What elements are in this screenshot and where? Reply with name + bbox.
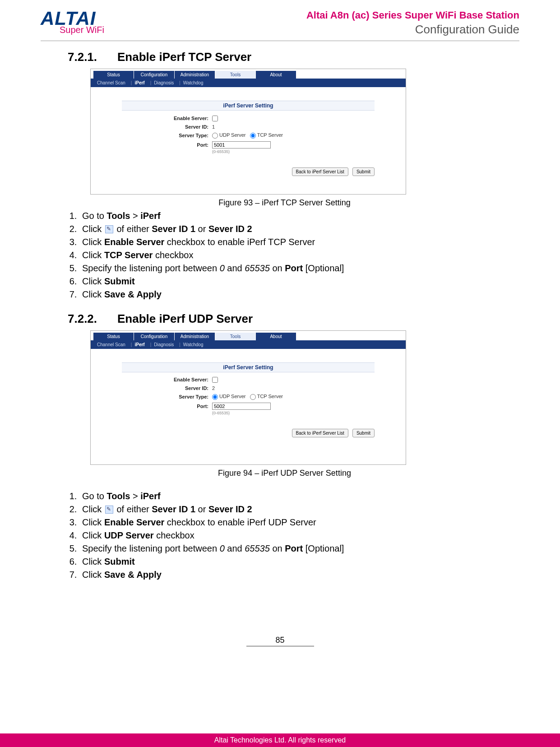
page-number: 85 — [246, 636, 314, 646]
panel-title: iPerf Server Setting — [122, 101, 375, 111]
port-hint: (0-65535) — [122, 411, 375, 415]
step-item: Specify the listening port between 0 and… — [79, 262, 501, 275]
sub-nav-tabs: Channel Scan|iPerf|Diagnosis|Watchdog — [91, 340, 406, 349]
subnav-diagnosis[interactable]: Diagnosis — [151, 80, 176, 85]
step-item: Go to Tools > iPerf — [79, 209, 501, 223]
step-item: Click Enable Server checkbox to enable i… — [79, 236, 501, 249]
nav-tab-configuration[interactable]: Configuration — [134, 71, 175, 79]
step-item: Click Save & Apply — [79, 568, 501, 581]
step-item: Click Submit — [79, 555, 501, 568]
nav-tab-tools[interactable]: Tools — [215, 71, 256, 79]
section-title: Enable iPerf UDP Server — [117, 312, 253, 325]
step-item: Click of either Sever ID 1 or Sever ID 2 — [79, 503, 501, 516]
nav-tab-status[interactable]: Status — [93, 71, 134, 79]
section-number: 7.2.2. — [68, 312, 117, 326]
server-type-label: Server Type: — [122, 394, 212, 399]
step-item: Click Enable Server checkbox to enable i… — [79, 516, 501, 529]
nav-tab-about[interactable]: About — [256, 333, 296, 340]
server-type-label: Server Type: — [122, 133, 212, 138]
header-titles: Altai A8n (ac) Series Super WiFi Base St… — [306, 9, 519, 37]
tcp-radio-label[interactable]: TCP Server — [250, 132, 283, 138]
server-id-value: 2 — [212, 385, 215, 391]
back-button[interactable]: Back to iPerf Server List — [292, 429, 348, 437]
section-number: 7.2.1. — [68, 50, 117, 64]
edit-icon — [105, 225, 113, 233]
logo: ALTAI Super WiFi — [41, 9, 104, 34]
step-item: Specify the listening port between 0 and… — [79, 542, 501, 555]
back-button[interactable]: Back to iPerf Server List — [292, 167, 348, 176]
subnav-channel-scan[interactable]: Channel Scan — [94, 80, 128, 85]
section-heading-722: 7.2.2.Enable iPerf UDP Server — [68, 312, 501, 326]
submit-button[interactable]: Submit — [352, 429, 375, 437]
subnav-iperf[interactable]: iPerf — [132, 80, 147, 85]
server-id-label: Server ID: — [122, 124, 212, 130]
subnav-watchdog[interactable]: Watchdog — [180, 80, 206, 85]
figure-93-screenshot: StatusConfigurationAdministrationToolsAb… — [90, 69, 406, 194]
server-id-value: 1 — [212, 124, 215, 130]
doc-series-title: Altai A8n (ac) Series Super WiFi Base St… — [306, 9, 519, 22]
subnav-watchdog[interactable]: Watchdog — [180, 342, 206, 347]
port-input[interactable] — [212, 141, 271, 148]
step-item: Click TCP Server checkbox — [79, 249, 501, 262]
nav-tab-tools[interactable]: Tools — [215, 333, 256, 340]
steps-list-722: Go to Tools > iPerfClick of either Sever… — [79, 490, 501, 581]
enable-server-checkbox[interactable] — [212, 377, 218, 383]
main-nav-tabs: StatusConfigurationAdministrationToolsAb… — [91, 331, 406, 340]
nav-tab-administration[interactable]: Administration — [175, 333, 215, 340]
subnav-diagnosis[interactable]: Diagnosis — [151, 342, 176, 347]
step-item: Click Save & Apply — [79, 288, 501, 301]
tcp-server-radio[interactable] — [250, 133, 256, 139]
doc-guide-title: Configuration Guide — [306, 22, 519, 37]
figure-93-caption: Figure 93 – iPerf TCP Server Setting — [68, 198, 501, 208]
step-item: Go to Tools > iPerf — [79, 490, 501, 503]
enable-server-label: Enable Server: — [122, 116, 212, 121]
section-title: Enable iPerf TCP Server — [117, 50, 251, 64]
port-label: Port: — [122, 142, 212, 148]
port-label: Port: — [122, 404, 212, 409]
port-hint: (0-65535) — [122, 149, 375, 154]
nav-tab-about[interactable]: About — [256, 71, 296, 79]
enable-server-label: Enable Server: — [122, 377, 212, 382]
udp-radio-label[interactable]: UDP Server — [212, 394, 245, 399]
panel-title: iPerf Server Setting — [122, 362, 375, 372]
server-id-label: Server ID: — [122, 385, 212, 391]
figure-94-caption: Figure 94 – iPerf UDP Server Setting — [68, 469, 501, 478]
step-item: Click Submit — [79, 275, 501, 288]
subnav-iperf[interactable]: iPerf — [132, 342, 147, 347]
enable-server-checkbox[interactable] — [212, 116, 218, 121]
page-header: ALTAI Super WiFi Altai A8n (ac) Series S… — [41, 9, 519, 41]
subnav-channel-scan[interactable]: Channel Scan — [94, 342, 128, 347]
step-item: Click UDP Server checkbox — [79, 529, 501, 542]
udp-radio-label[interactable]: UDP Server — [212, 132, 245, 138]
submit-button[interactable]: Submit — [352, 167, 375, 176]
steps-list-721: Go to Tools > iPerfClick of either Sever… — [79, 209, 501, 301]
udp-server-radio[interactable] — [212, 394, 218, 400]
udp-server-radio[interactable] — [212, 133, 218, 139]
nav-tab-status[interactable]: Status — [93, 333, 134, 340]
nav-tab-administration[interactable]: Administration — [175, 71, 215, 79]
port-input[interactable] — [212, 403, 271, 410]
section-heading-721: 7.2.1.Enable iPerf TCP Server — [68, 50, 501, 64]
figure-94-screenshot: StatusConfigurationAdministrationToolsAb… — [90, 330, 406, 465]
tcp-radio-label[interactable]: TCP Server — [250, 394, 283, 399]
tcp-server-radio[interactable] — [250, 394, 256, 400]
nav-tab-configuration[interactable]: Configuration — [134, 333, 175, 340]
footer-copyright: Altai Technologies Ltd. All rights reser… — [0, 733, 560, 747]
edit-icon — [105, 506, 113, 514]
step-item: Click of either Sever ID 1 or Sever ID 2 — [79, 223, 501, 236]
sub-nav-tabs: Channel Scan|iPerf|Diagnosis|Watchdog — [91, 79, 406, 87]
main-nav-tabs: StatusConfigurationAdministrationToolsAb… — [91, 69, 406, 79]
